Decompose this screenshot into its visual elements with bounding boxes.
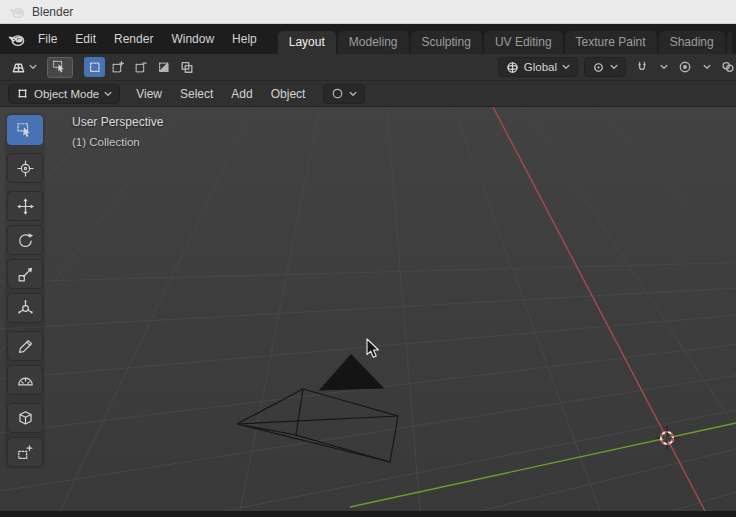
pivot-icon bbox=[592, 61, 605, 74]
measure-icon bbox=[16, 371, 35, 390]
proportional-icon bbox=[678, 60, 692, 74]
select-mode-extend[interactable] bbox=[107, 57, 128, 77]
tool-shelf bbox=[5, 113, 45, 469]
editor-type-icon bbox=[11, 60, 26, 75]
menu-file[interactable]: File bbox=[29, 24, 66, 54]
menu-help[interactable]: Help bbox=[223, 24, 266, 54]
tool-add-cube[interactable] bbox=[7, 403, 43, 433]
cursor-icon bbox=[16, 159, 35, 178]
3d-viewport[interactable]: User Perspective (1) Collection bbox=[0, 107, 736, 511]
chevron-down-icon bbox=[660, 64, 668, 70]
mode-label: Object Mode bbox=[34, 88, 99, 100]
transform-orientation-dropdown[interactable]: Global bbox=[498, 57, 578, 77]
add-cube-icon bbox=[16, 409, 35, 428]
topbar: File Edit Render Window Help Layout Mode… bbox=[0, 24, 736, 54]
snap-toggle[interactable] bbox=[632, 57, 652, 77]
pivot-point-dropdown[interactable] bbox=[584, 57, 626, 77]
tool-select-box[interactable] bbox=[7, 115, 43, 145]
tool-rotate[interactable] bbox=[7, 225, 43, 255]
object-mode-icon bbox=[16, 87, 29, 100]
window-title: Blender bbox=[32, 5, 73, 19]
tab-modeling[interactable]: Modeling bbox=[338, 31, 409, 54]
status-bar bbox=[0, 511, 736, 517]
overlays-icon bbox=[721, 60, 735, 74]
editor-type-selector[interactable] bbox=[8, 58, 40, 77]
globe-icon bbox=[506, 61, 519, 74]
select-mode-intersect[interactable] bbox=[176, 57, 197, 77]
chevron-down-icon bbox=[703, 64, 711, 70]
select-mode-invert[interactable] bbox=[153, 57, 174, 77]
tab-uv-editing[interactable]: UV Editing bbox=[484, 31, 563, 54]
chevron-down-icon bbox=[610, 64, 618, 70]
chevron-down-icon bbox=[349, 91, 357, 97]
active-tool-indicator[interactable] bbox=[47, 57, 73, 78]
tool-annotate[interactable] bbox=[7, 331, 43, 361]
tool-cursor[interactable] bbox=[7, 153, 43, 183]
titlebar: Blender bbox=[0, 0, 736, 24]
blender-window: Blender File Edit Render Window Help Lay… bbox=[0, 0, 736, 517]
scale-icon bbox=[16, 265, 35, 284]
chevron-down-icon bbox=[29, 64, 37, 70]
snap-settings-dropdown[interactable] bbox=[658, 57, 669, 77]
viewport-overlay: User Perspective (1) Collection bbox=[72, 115, 163, 148]
tool-measure[interactable] bbox=[7, 365, 43, 395]
tab-layout[interactable]: Layout bbox=[278, 31, 336, 54]
menu-select[interactable]: Select bbox=[172, 81, 221, 106]
tool-interactive-add[interactable] bbox=[7, 437, 43, 467]
menu-render[interactable]: Render bbox=[105, 24, 162, 54]
proportional-settings-dropdown[interactable] bbox=[701, 57, 712, 77]
viewport-canvas[interactable] bbox=[0, 107, 736, 511]
transform-icon bbox=[16, 299, 35, 318]
tool-settings-header: Global bbox=[0, 54, 736, 81]
menu-object[interactable]: Object bbox=[263, 81, 314, 106]
select-mode-subtract[interactable] bbox=[130, 57, 151, 77]
gizmo-toggle[interactable] bbox=[718, 57, 736, 77]
select-extend-icon bbox=[111, 60, 125, 74]
tool-scale[interactable] bbox=[7, 259, 43, 289]
select-mode-new[interactable] bbox=[84, 57, 105, 77]
chevron-down-icon bbox=[562, 64, 570, 70]
tab-sculpting[interactable]: Sculpting bbox=[411, 31, 482, 54]
view-perspective-label: User Perspective bbox=[72, 115, 163, 129]
select-mode-group bbox=[84, 57, 197, 77]
interactive-add-icon bbox=[16, 443, 35, 462]
menu-window[interactable]: Window bbox=[162, 24, 223, 54]
magnet-icon bbox=[635, 60, 649, 74]
tool-transform[interactable] bbox=[7, 293, 43, 323]
falloff-icon bbox=[331, 87, 344, 100]
select-subtract-icon bbox=[134, 60, 148, 74]
tool-move[interactable] bbox=[7, 191, 43, 221]
select-invert-icon bbox=[157, 60, 171, 74]
tab-texture-paint[interactable]: Texture Paint bbox=[565, 31, 657, 54]
mouse-cursor bbox=[366, 338, 382, 360]
blender-menu-icon[interactable] bbox=[8, 31, 25, 48]
select-box-icon bbox=[16, 121, 35, 140]
select-box-icon bbox=[52, 59, 68, 75]
viewport-mode-header: Object Mode View Select Add Object bbox=[0, 81, 736, 107]
mode-dropdown[interactable]: Object Mode bbox=[8, 84, 120, 104]
move-icon bbox=[16, 197, 35, 216]
chevron-down-icon bbox=[104, 91, 112, 97]
select-intersect-icon bbox=[180, 60, 194, 74]
tab-shading[interactable]: Shading bbox=[659, 31, 725, 54]
menu-view[interactable]: View bbox=[128, 81, 170, 106]
menu-edit[interactable]: Edit bbox=[66, 24, 105, 54]
orientation-label: Global bbox=[524, 61, 557, 73]
tool-options-dropdown[interactable] bbox=[323, 84, 365, 104]
menu-add[interactable]: Add bbox=[223, 81, 260, 106]
active-collection-label: (1) Collection bbox=[72, 136, 163, 148]
blender-logo-icon bbox=[9, 4, 25, 20]
tab-animation[interactable]: Animation bbox=[727, 31, 732, 54]
proportional-editing-toggle[interactable] bbox=[675, 57, 695, 77]
workspace-tabs: Layout Modeling Sculpting UV Editing Tex… bbox=[278, 24, 732, 54]
annotate-icon bbox=[16, 337, 35, 356]
rotate-icon bbox=[16, 231, 35, 250]
viewport-header-right: Global bbox=[498, 57, 736, 77]
select-new-icon bbox=[88, 60, 102, 74]
